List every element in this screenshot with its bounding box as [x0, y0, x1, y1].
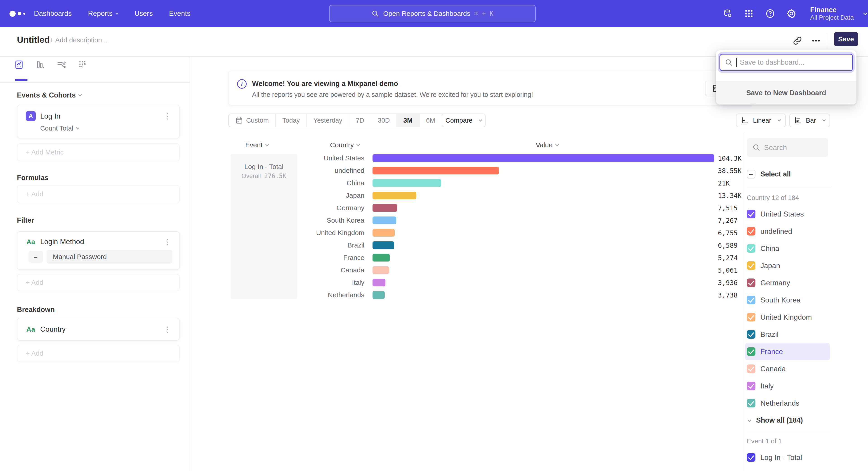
- country-checkbox[interactable]: [747, 227, 755, 235]
- country-checkbox-row[interactable]: China: [745, 240, 830, 257]
- panel-search[interactable]: [747, 138, 828, 157]
- add-filter-button[interactable]: + Add: [17, 274, 180, 291]
- add-description[interactable]: + Add description...: [50, 36, 107, 44]
- column-header-event[interactable]: Event: [245, 141, 268, 149]
- nav-item-events[interactable]: Events: [169, 9, 191, 18]
- event-checkbox[interactable]: [747, 453, 755, 462]
- bar[interactable]: [373, 167, 499, 174]
- tab-funnels[interactable]: [35, 60, 45, 70]
- events-cohorts-label[interactable]: Events & Cohorts: [17, 91, 180, 99]
- kebab-menu-icon[interactable]: ⋮: [162, 238, 173, 246]
- event-checkbox-row[interactable]: Log In - Total: [745, 449, 830, 466]
- country-checkbox-row[interactable]: France: [745, 343, 830, 360]
- aggregation-dropdown[interactable]: Count Total: [40, 125, 173, 132]
- column-header-country[interactable]: Country: [330, 141, 360, 149]
- bar-value-label: 104.3K: [718, 154, 742, 162]
- panel-search-input[interactable]: [764, 143, 825, 152]
- select-all-checkbox[interactable]: [747, 170, 755, 178]
- bar-category-label: United Kingdom: [228, 229, 364, 237]
- report-title[interactable]: Untitled: [17, 35, 50, 45]
- bar-track: 13.34K: [373, 192, 714, 199]
- chart-type-dropdown[interactable]: Bar: [789, 114, 830, 127]
- country-checkbox-row[interactable]: Brazil: [745, 326, 830, 343]
- chart-row: Germany 7,515: [228, 202, 744, 214]
- tab-insights[interactable]: [14, 60, 24, 70]
- bar[interactable]: [373, 254, 390, 262]
- kebab-menu-icon[interactable]: ⋮: [162, 326, 173, 333]
- nav-item-reports[interactable]: Reports: [88, 9, 118, 18]
- add-metric-button[interactable]: + Add Metric: [17, 143, 180, 161]
- time-range-segment[interactable]: 3M: [397, 114, 420, 127]
- column-header-value[interactable]: Value: [536, 141, 558, 149]
- time-range-segment[interactable]: 7D: [349, 114, 371, 127]
- country-checkbox[interactable]: [747, 382, 755, 390]
- apps-grid-icon[interactable]: [744, 8, 754, 19]
- axis-scale-dropdown[interactable]: Linear: [736, 114, 786, 127]
- filter-value[interactable]: Manual Password: [46, 250, 173, 264]
- tab-retention[interactable]: [78, 60, 88, 70]
- nav-item-users[interactable]: Users: [134, 9, 153, 18]
- country-checkbox[interactable]: [747, 244, 755, 253]
- save-to-new-dashboard-button[interactable]: Save to New Dashboard: [716, 81, 857, 105]
- compare-button[interactable]: Compare: [442, 114, 486, 127]
- chart-row: Japan 13.34K: [228, 189, 744, 202]
- more-options-icon[interactable]: [809, 34, 823, 48]
- save-button[interactable]: Save: [834, 32, 858, 46]
- bar[interactable]: [373, 229, 395, 237]
- tab-flows[interactable]: [57, 60, 66, 70]
- country-checkbox-row[interactable]: United Kingdom: [745, 308, 830, 326]
- chart-row: South Korea 7,267: [228, 214, 744, 227]
- country-checkbox-row[interactable]: United States: [745, 205, 830, 223]
- breakdown-card[interactable]: Aa Country ⋮: [17, 318, 180, 341]
- country-checkbox-row[interactable]: Netherlands: [745, 394, 830, 412]
- country-checkbox[interactable]: [747, 364, 755, 373]
- country-checkbox[interactable]: [747, 278, 755, 287]
- metric-card[interactable]: A Log In ⋮ Count Total: [17, 105, 180, 139]
- kebab-menu-icon[interactable]: ⋮: [162, 112, 173, 120]
- bar[interactable]: [373, 204, 397, 212]
- time-range-segment[interactable]: 30D: [371, 114, 397, 127]
- time-range-segment[interactable]: Today: [276, 114, 307, 127]
- time-range-segment[interactable]: 6M: [420, 114, 442, 127]
- show-all-toggle[interactable]: Show all (184): [747, 413, 868, 428]
- country-checkbox-row[interactable]: Japan: [745, 257, 830, 274]
- country-checkbox-row[interactable]: South Korea: [745, 291, 830, 308]
- country-checkbox[interactable]: [747, 399, 755, 407]
- bar[interactable]: [373, 241, 394, 249]
- bar[interactable]: [373, 179, 441, 187]
- filter-operator[interactable]: =: [29, 251, 43, 263]
- settings-gear-icon[interactable]: [786, 8, 797, 19]
- country-checkbox-row[interactable]: Germany: [745, 274, 830, 291]
- project-switcher[interactable]: Finance All Project Data: [810, 0, 867, 27]
- bar[interactable]: [373, 266, 389, 274]
- mixpanel-logo-icon[interactable]: [9, 0, 25, 27]
- help-icon[interactable]: [765, 8, 775, 19]
- axis-icon: [741, 116, 749, 124]
- bar[interactable]: [373, 291, 385, 299]
- chevron-down-icon: [115, 11, 119, 15]
- save-dashboard-search[interactable]: Save to dashboard...: [719, 54, 853, 71]
- add-breakdown-button[interactable]: + Add: [17, 345, 180, 362]
- time-range-segment[interactable]: Yesterday: [307, 114, 349, 127]
- bar[interactable]: [373, 279, 385, 286]
- country-checkbox-row[interactable]: Canada: [745, 360, 830, 377]
- nav-item-dashboards[interactable]: Dashboards: [34, 9, 72, 18]
- filter-card[interactable]: Aa Login Method ⋮ = Manual Password: [17, 231, 180, 270]
- country-checkbox-row[interactable]: Italy: [745, 377, 830, 394]
- select-all-row[interactable]: Select all: [747, 169, 868, 179]
- bar[interactable]: [373, 154, 714, 162]
- country-checkbox[interactable]: [747, 330, 755, 338]
- copy-link-icon[interactable]: [791, 34, 804, 48]
- country-checkbox-row[interactable]: undefined: [745, 223, 830, 240]
- country-checkbox[interactable]: [747, 261, 755, 270]
- global-search[interactable]: Open Reports & Dashboards ⌘ + K: [329, 5, 536, 22]
- bar[interactable]: [373, 216, 396, 224]
- country-checkbox[interactable]: [747, 296, 755, 304]
- country-checkbox[interactable]: [747, 347, 755, 356]
- country-checkbox[interactable]: [747, 313, 755, 321]
- data-management-icon[interactable]: [722, 8, 733, 19]
- country-checkbox[interactable]: [747, 210, 755, 218]
- bar[interactable]: [373, 192, 416, 199]
- add-formula-button[interactable]: + Add: [17, 185, 180, 203]
- time-range-segment[interactable]: Custom: [229, 114, 276, 127]
